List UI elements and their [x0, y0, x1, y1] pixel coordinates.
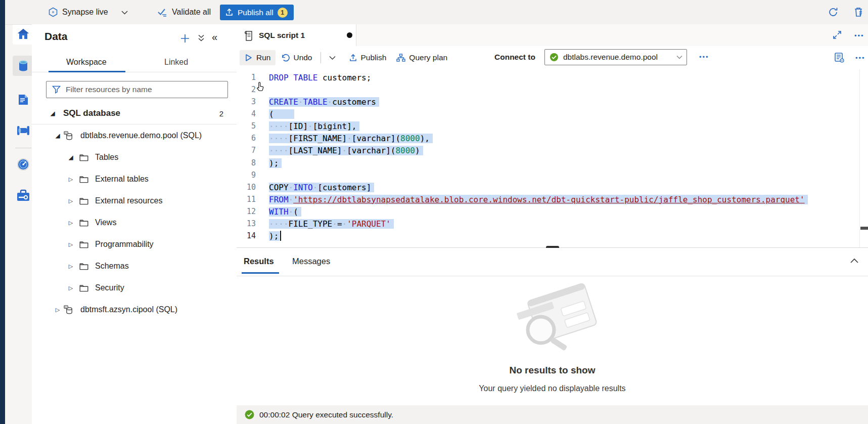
sql-pool-icon [63, 131, 74, 141]
line-number: 13 [237, 218, 256, 230]
tree-node-schemas[interactable]: ▷Schemas [32, 258, 237, 275]
data-explorer-panel: Data « Workspace Linked Filter resources… [32, 24, 237, 424]
folder-icon [79, 197, 88, 205]
connection-more-actions[interactable]: ••• [699, 53, 709, 61]
tab-workspace[interactable]: Workspace [66, 58, 107, 67]
tab-more-actions[interactable]: ••• [854, 32, 864, 39]
folder-icon [79, 176, 88, 183]
expand-editor-icon[interactable] [832, 30, 843, 41]
properties-icon[interactable] [833, 52, 845, 64]
home-icon [16, 27, 31, 42]
collapse-panel-button[interactable]: « [212, 31, 217, 43]
collapse-all-icon[interactable] [197, 34, 206, 43]
tree-node-views[interactable]: ▷Views [32, 214, 237, 231]
editor-vertical-scrollbar[interactable] [859, 69, 868, 247]
sidebar-item-develop[interactable] [13, 90, 34, 110]
tab-title: SQL script 1 [259, 31, 305, 40]
line-number: 4 [237, 108, 256, 120]
collapse-results-chevron-icon[interactable] [849, 256, 859, 266]
sql-pool-icon [63, 305, 74, 315]
connection-dropdown[interactable]: dbtlabs.revenue.demo.pool [544, 49, 687, 65]
tree-node-pool[interactable]: ▷dbtmsft.azsyn.cipool (SQL) [32, 301, 237, 318]
sidebar-item-data[interactable] [13, 56, 34, 76]
toolbar-divider [321, 52, 321, 63]
validate-all-button[interactable]: Validate all [157, 0, 211, 24]
code-line-4[interactable]: 4( [237, 108, 858, 120]
code-line-7[interactable]: 7····[LAST_NAME]·[varchar](8000) [237, 144, 858, 157]
code-line-12[interactable]: 12WITH·( [237, 205, 858, 218]
folder-icon [79, 154, 88, 161]
tree-node-tables[interactable]: ◢Tables [32, 149, 237, 166]
tab-messages[interactable]: Messages [292, 257, 330, 266]
validate-icon [157, 7, 168, 17]
connection-ok-icon [550, 53, 559, 62]
code-line-2[interactable]: 2 [237, 83, 858, 96]
refresh-icon[interactable] [827, 6, 839, 18]
tree-node-label: External resources [95, 196, 162, 205]
code-line-10[interactable]: 10COPY·INTO·[customers] [237, 181, 858, 194]
document-icon [16, 93, 30, 107]
tree-node-programmability[interactable]: ▷Programmability [32, 236, 237, 253]
code-line-5[interactable]: 5····[ID]·[bigint], [237, 120, 858, 133]
sidebar-item-home[interactable] [13, 24, 34, 45]
collapsed-triangle-icon[interactable]: ▷ [67, 285, 74, 291]
editor-scrollbar-thumb[interactable] [860, 227, 868, 230]
run-options-chevron[interactable] [324, 53, 341, 63]
expanded-triangle-icon[interactable]: ◢ [54, 132, 61, 139]
code-line-9[interactable]: 9 [237, 169, 858, 182]
sidebar-item-manage[interactable] [13, 186, 34, 206]
sql-code-editor[interactable]: 1DROP TABLE customers;23CREATE·TABLE·cus… [237, 69, 868, 247]
collapsed-triangle-icon[interactable]: ▷ [54, 307, 61, 313]
line-number: 3 [237, 96, 256, 108]
tree-section-sql-database[interactable]: ◢SQL database2 [32, 105, 237, 122]
publish-button[interactable]: Publish [344, 50, 392, 65]
success-check-icon [245, 410, 254, 419]
expanded-triangle-icon[interactable]: ◢ [67, 154, 74, 161]
empty-results-subtitle: Your query yielded no displayable result… [237, 384, 868, 393]
tree-node-external-tables[interactable]: ▷External tables [32, 171, 237, 188]
tree-node-label: Views [95, 218, 116, 227]
tab-results[interactable]: Results [244, 257, 274, 266]
discard-trash-icon[interactable] [852, 6, 864, 18]
code-line-14[interactable]: 14); [237, 230, 858, 242]
undo-label: Undo [293, 53, 312, 62]
sidebar-item-integrate[interactable] [13, 120, 34, 141]
panel-title: Data [44, 30, 68, 43]
mode-switcher[interactable]: Synapse live [48, 0, 128, 24]
collapsed-triangle-icon[interactable]: ▷ [67, 241, 74, 248]
mode-label: Synapse live [62, 8, 108, 17]
sidebar-item-monitor[interactable] [13, 154, 34, 175]
folder-icon [79, 219, 88, 227]
toolbar-more-actions[interactable]: ••• [855, 54, 865, 62]
status-message: 00:00:02 Query executed successfully. [259, 410, 393, 419]
code-line-3[interactable]: 3CREATE·TABLE·customers [237, 96, 858, 108]
collapsed-triangle-icon[interactable]: ▷ [67, 176, 74, 183]
collapsed-triangle-icon[interactable]: ▷ [67, 198, 74, 204]
code-line-11[interactable]: 11FROM·'https://dbtlabsynapsedatalake.bl… [237, 193, 858, 206]
tree-node-security[interactable]: ▷Security [32, 279, 237, 296]
expanded-triangle-icon[interactable]: ◢ [49, 110, 56, 117]
code-line-8[interactable]: 8); [237, 157, 858, 169]
publish-all-button[interactable]: Publish all 1 [220, 5, 294, 20]
tree-node-external-resources[interactable]: ▷External resources [32, 192, 237, 209]
code-line-6[interactable]: 6····[FIRST_NAME]·[varchar](8000), [237, 132, 858, 145]
undo-icon [281, 54, 290, 62]
tree-node-label: SQL database [63, 108, 120, 118]
code-line-1[interactable]: 1DROP TABLE customers; [237, 71, 858, 84]
run-button[interactable]: Run [240, 50, 276, 65]
query-plan-button[interactable]: Query plan [391, 50, 452, 65]
active-tab-underline [49, 71, 125, 72]
code-line-13[interactable]: 13····FILE_TYPE·=·'PARQUET' [237, 218, 858, 230]
line-number: 14 [237, 230, 256, 242]
filter-resources-input[interactable]: Filter resources by name [46, 81, 228, 98]
tree-node-pool[interactable]: ◢dbtlabs.revenue.demo.pool (SQL) [32, 127, 237, 144]
tab-linked[interactable]: Linked [164, 58, 188, 67]
add-resource-icon[interactable] [179, 33, 191, 44]
collapsed-triangle-icon[interactable]: ▷ [67, 220, 74, 226]
folder-icon [79, 263, 88, 270]
collapsed-triangle-icon[interactable]: ▷ [67, 263, 74, 270]
undo-button[interactable]: Undo [276, 50, 317, 65]
tab-sql-script-1[interactable]: SQL script 1 [237, 24, 356, 46]
app-frame-strip [0, 0, 5, 424]
tree-node-label: External tables [95, 175, 149, 184]
